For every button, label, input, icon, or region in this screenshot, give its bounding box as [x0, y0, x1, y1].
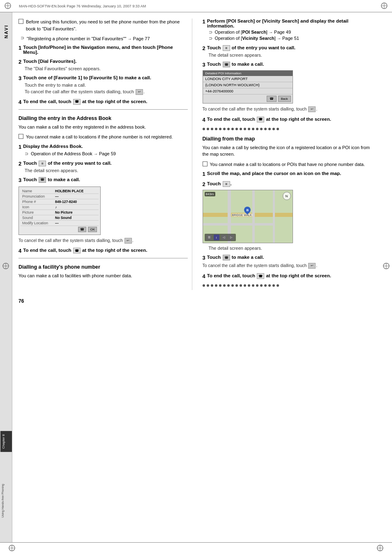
- map-cancel-note: To cancel the call after the system star…: [203, 263, 372, 269]
- step-3-text: Touch one of [Favourite 1] to [Favourite…: [23, 75, 151, 80]
- left-column: Before using this function, you need to …: [18, 18, 192, 290]
- facility-title: Dialling a facility's phone number: [18, 264, 188, 270]
- ok-screen-btn[interactable]: OK: [88, 227, 97, 232]
- main-content: Before using this function, you need to …: [12, 12, 380, 542]
- step-2: 2 Touch [Dial Favourites]. The "Dial Fav…: [18, 59, 188, 71]
- ab-step-3: 3 Touch ☎ to make a call. Name HOLBEIN P…: [18, 177, 188, 244]
- dot: [277, 284, 279, 287]
- dot: [264, 128, 267, 130]
- poi-call-btn[interactable]: ☎: [267, 96, 277, 102]
- map-step-3-num: 3: [203, 255, 205, 261]
- map-step-4-num: 4: [203, 273, 205, 279]
- top-bar: MAN-HD3-SOFTW-EN.book Page 76 Wednesday,…: [0, 0, 392, 12]
- dot: [211, 284, 213, 287]
- map-icon-2: i: [214, 235, 219, 240]
- ab-step-1-sub-text: Operation of the Address Book → Page 59: [31, 151, 116, 156]
- two-column-layout: Before using this function, you need to …: [18, 18, 371, 290]
- step-1: 1 Touch [Info/Phone] in the Navigation m…: [18, 45, 188, 55]
- dot: [277, 128, 279, 130]
- poi-sub-1: ⊃ Operation of [POI Search] → Page 49: [203, 30, 372, 35]
- map-warning: You cannot make a call to locations or P…: [203, 161, 372, 168]
- dot: [272, 284, 275, 287]
- dot: [248, 128, 250, 130]
- arrow-symbol: ⊃: [21, 35, 24, 41]
- top-bar-file-info: MAN-HD3-SOFTW-EN.book Page 76 Wednesday,…: [19, 4, 146, 8]
- step-4: 4 To end the call, touch ☎ at the top ri…: [18, 99, 188, 105]
- step-4-text: To end the call, touch ☎ at the top righ…: [23, 99, 147, 105]
- map-step-2-sub: The detail screen appears.: [203, 246, 372, 251]
- dot: [260, 128, 263, 130]
- dot: [240, 284, 242, 287]
- poi-step-1-num: 1: [203, 18, 205, 25]
- ab-step-2-text: Touch ≡ of the entry you want to call.: [23, 161, 111, 166]
- poi-row-3: +44-2076400000: [203, 88, 293, 94]
- address-book-title: Dialling the entry in the Address Book: [18, 115, 188, 121]
- bottom-left-crosshair: [8, 544, 16, 553]
- bottom-right-crosshair: [376, 544, 384, 553]
- map-warning-checkbox-icon: [203, 161, 208, 166]
- dot: [256, 128, 258, 130]
- facility-desc: You can make a call to facilities with p…: [18, 272, 188, 279]
- dot: [252, 128, 254, 130]
- dot: [244, 284, 246, 287]
- map-step-2-num: 2: [203, 181, 205, 187]
- dots-separator-1: [203, 128, 372, 130]
- right-column: 1 Perform [POI Search] or [Vicinity Sear…: [201, 18, 372, 290]
- poi-step-1-text: Perform [POI Search] or [Vicinity Search…: [207, 18, 371, 28]
- bottom-bar: [0, 542, 392, 555]
- intro-arrow-text: "Registering a phone number in "Dial Fav…: [27, 35, 150, 42]
- dot: [215, 284, 217, 287]
- ab-step-4-text: To end the call, touch ☎ at the top righ…: [23, 248, 147, 253]
- mid-left-crosshair-icon: [2, 263, 9, 270]
- map-cancel-icon: ↩: [308, 263, 316, 269]
- screen-row-modify: Modify Location ---: [21, 221, 99, 226]
- dot: [207, 284, 209, 287]
- screen-row-pronunciation: Pronunciation ---: [21, 194, 99, 199]
- step-1-text: Touch [Info/Phone] in the Navigation men…: [23, 45, 187, 55]
- poi-step-3-text: Touch ☎ to make a call.: [207, 62, 264, 67]
- poi-call-icon: ☎: [223, 62, 230, 67]
- poi-step-2: 2 Touch ≡ of the entry you want to call.…: [203, 45, 372, 58]
- right-sidebar: [380, 12, 392, 542]
- dot: [207, 128, 209, 130]
- dot: [227, 128, 230, 130]
- poi-screen-title: Detailed POI Information: [203, 71, 293, 76]
- dot: [272, 128, 275, 130]
- dot: [219, 128, 221, 130]
- map-mockup: BRIDGE WALK 843m N B ☰ i ◁: [203, 190, 293, 243]
- map-step-4: 4 To end the call, touch ☎ at the top ri…: [203, 273, 372, 279]
- ab-arrow-sym: ⊃: [25, 151, 28, 157]
- map-road-vertical-2: [252, 190, 255, 243]
- map-bottom-icons: ☰ i ◁ ▷: [205, 234, 236, 241]
- map-call-icon: ☎: [223, 255, 230, 260]
- call-screen-btn[interactable]: ☎: [78, 227, 86, 232]
- ab-step-1-text: Display the Address Book.: [23, 144, 83, 149]
- dot: [231, 284, 234, 287]
- ab-end-call-icon: ☎: [73, 248, 81, 253]
- map-end-call-icon: ☎: [257, 273, 264, 279]
- page-container: MAN-HD3-SOFTW-EN.book Page 76 Wednesday,…: [0, 0, 392, 555]
- poi-step-4-text: To end the call, touch ☎ at the top righ…: [207, 117, 331, 122]
- dot: [244, 128, 246, 130]
- dot: [215, 128, 217, 130]
- dot: [211, 128, 213, 130]
- poi-step-4-num: 4: [203, 117, 205, 123]
- warning-checkbox-icon: [18, 134, 23, 139]
- ab-step-3-text: Touch ☎ to make a call.: [23, 177, 80, 183]
- dot: [268, 284, 271, 287]
- content-area: NAVI Chapter 8 Using Hands-free Phoning …: [0, 12, 392, 542]
- address-book-warning-text: You cannot make a call to locations if t…: [26, 134, 173, 140]
- poi-back-btn[interactable]: Back: [278, 96, 291, 102]
- step-1-num: 1: [18, 45, 21, 51]
- screen-row-sound: Sound No Sound: [21, 215, 99, 221]
- map-step-3-text: Touch ☎ to make a call.: [207, 255, 264, 260]
- dot: [235, 284, 238, 287]
- navi-label: NAVI: [4, 25, 9, 38]
- ab-step-2-sub: The detail screen appears.: [18, 168, 188, 173]
- step-4-num: 4: [18, 99, 21, 105]
- intro-note-text: Before using this function, you need to …: [26, 18, 188, 32]
- top-right-crosshair-icon: [380, 2, 388, 9]
- map-compass: N: [283, 192, 291, 200]
- step-2-sub: The "Dial Favourites" screen appears.: [18, 66, 188, 71]
- end-call-icon: ☎: [73, 99, 81, 105]
